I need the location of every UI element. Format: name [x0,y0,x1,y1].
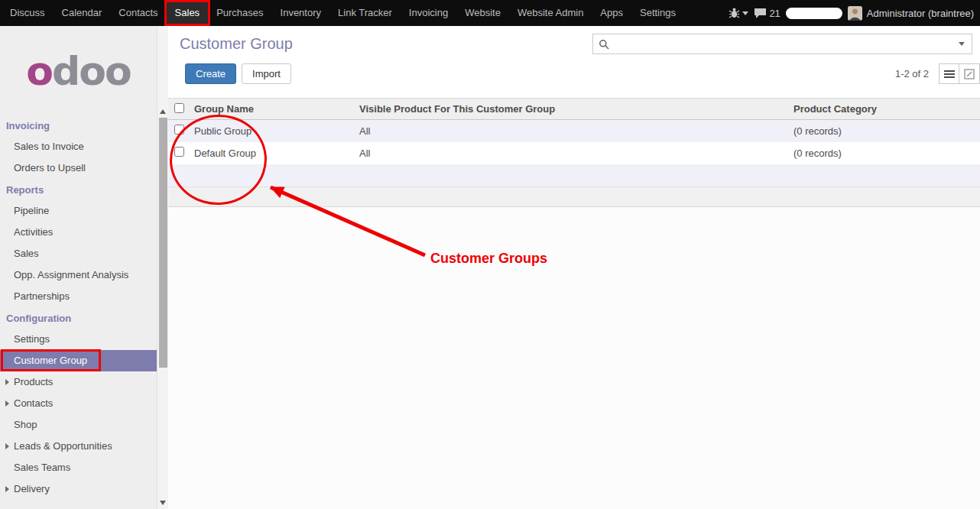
table-row[interactable]: Public Group All (0 records) [168,120,980,142]
view-switcher [939,63,980,84]
nav-item-website[interactable]: Website [456,2,509,24]
table-header-row: Group Name Visible Product For This Cust… [168,99,980,120]
column-header-visible-product[interactable]: Visible Product For This Customer Group [353,99,787,120]
create-button[interactable]: Create [185,63,236,84]
sidebar-item-delivery[interactable]: Delivery [0,478,157,500]
expand-arrow-icon [5,486,9,492]
sidebar-scrollbar [157,26,168,509]
nav-item-link-tracker[interactable]: Link Tracker [329,2,401,24]
sidebar-item-pipeline[interactable]: Pipeline [0,200,157,222]
search-icon [599,39,609,50]
row-checkbox[interactable] [174,147,184,157]
sidebar-item-sales-to-invoice[interactable]: Sales to Invoice [0,136,157,157]
search-input[interactable] [609,34,959,53]
pager-and-views: 1-2 of 2 [895,63,980,84]
nav-item-website-admin[interactable]: Website Admin [509,2,592,24]
nav-item-inventory[interactable]: Inventory [272,2,329,24]
pager[interactable]: 1-2 of 2 [895,68,929,79]
column-header-group-name[interactable]: Group Name [188,99,353,120]
cell-visible-product: All [353,120,787,142]
top-navigation-bar: Discuss Calendar Contacts Sales Purchase… [0,0,980,26]
list-view-button[interactable] [939,63,959,84]
avatar [848,6,862,21]
cell-product-category: (0 records) [787,142,980,164]
action-buttons: Create Import [185,63,291,84]
table-footer-strip [168,186,980,207]
messages-count: 21 [769,8,780,19]
nav-item-discuss[interactable]: Discuss [2,2,54,24]
main-content: Customer Group Create Import 1-2 of 2 [168,26,980,509]
scroll-up-icon[interactable] [160,109,166,114]
search-dropdown-icon[interactable] [959,42,965,46]
odoo-logo: odoo [0,26,157,116]
sidebar-item-label: Contacts [14,397,53,409]
sidebar-item-contacts[interactable]: Contacts [0,393,157,414]
sidebar-section-reports: Reports [0,180,157,200]
control-panel: Customer Group Create Import 1-2 of 2 [168,26,980,98]
select-all-checkbox[interactable] [174,103,184,113]
sidebar-item-products[interactable]: Products [0,371,157,393]
sidebar-item-customer-group[interactable]: Customer Group [0,350,157,371]
nav-item-calendar[interactable]: Calendar [54,2,111,24]
table-row[interactable]: Default Group All (0 records) [168,142,980,164]
row-checkbox[interactable] [174,125,184,135]
search-bar[interactable] [592,34,972,54]
topbar-right-cluster: 21 Administrator (braintree) [729,6,980,21]
cell-visible-product: All [353,142,787,164]
form-view-button[interactable] [959,63,980,84]
sidebar-section-invoicing: Invoicing [0,116,157,136]
cell-group-name: Public Group [188,120,353,142]
sidebar-item-settings[interactable]: Settings [0,329,157,350]
expand-arrow-icon [5,400,9,407]
page-title: Customer Group [180,35,293,53]
sidebar-item-shop[interactable]: Shop [0,414,157,436]
sidebar: odoo Invoicing Sales to Invoice Orders t… [0,26,157,509]
sidebar-item-opp-assignment-analysis[interactable]: Opp. Assignment Analysis [0,264,157,286]
user-menu-button[interactable]: Administrator (braintree) [848,6,974,21]
debug-menu-button[interactable] [729,8,748,18]
empty-row [168,164,980,186]
bug-icon [729,8,740,18]
sidebar-item-partnerships[interactable]: Partnerships [0,286,157,307]
sidebar-item-orders-to-upsell[interactable]: Orders to Upsell [0,157,157,179]
cell-product-category: (0 records) [787,120,980,142]
sidebar-item-sales-teams[interactable]: Sales Teams [0,457,157,478]
top-nav-menu: Discuss Calendar Contacts Sales Purchase… [0,0,684,26]
status-pill [786,8,842,19]
sidebar-item-label: Leads & Opportunities [14,440,112,452]
import-button[interactable]: Import [242,63,291,84]
messages-button[interactable]: 21 [754,8,780,19]
nav-item-contacts[interactable]: Contacts [110,2,166,24]
empty-workspace [168,207,980,509]
sidebar-item-label: Customer Group [14,355,87,366]
sidebar-menu: Invoicing Sales to Invoice Orders to Ups… [0,116,157,500]
odoo-app-window: Discuss Calendar Contacts Sales Purchase… [0,0,980,509]
sidebar-item-label: Delivery [14,483,50,494]
nav-item-sales[interactable]: Sales [167,2,209,24]
user-name: Administrator (braintree) [867,8,974,19]
logo-letter-accent: o [26,48,52,94]
nav-item-purchases[interactable]: Purchases [208,2,271,24]
scroll-down-icon[interactable] [160,501,166,505]
nav-item-invoicing[interactable]: Invoicing [401,2,456,24]
logo-letters: doo [52,48,131,94]
sidebar-item-sales[interactable]: Sales [0,243,157,264]
scrollbar-thumb[interactable] [159,118,167,368]
expand-arrow-icon [5,443,9,449]
chevron-down-icon [742,11,748,15]
sidebar-item-leads-opportunities[interactable]: Leads & Opportunities [0,436,157,457]
nav-item-apps[interactable]: Apps [592,2,631,24]
expand-arrow-icon [5,379,9,385]
nav-item-settings[interactable]: Settings [631,2,684,24]
customer-group-table: Group Name Visible Product For This Cust… [168,98,980,186]
cell-group-name: Default Group [188,142,353,164]
chat-bubble-icon [754,8,767,19]
sidebar-section-configuration: Configuration [0,309,157,329]
sidebar-item-activities[interactable]: Activities [0,222,157,243]
column-header-product-category[interactable]: Product Category [787,99,980,120]
sidebar-item-label: Products [14,376,53,387]
